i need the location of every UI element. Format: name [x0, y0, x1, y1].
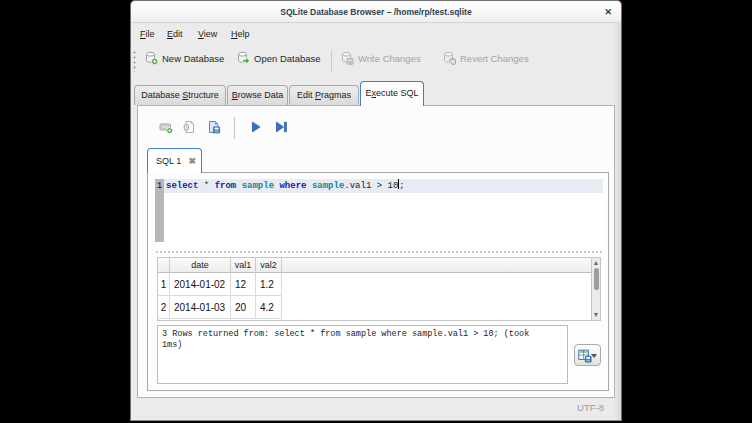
execute-current-line-icon[interactable]	[274, 120, 288, 134]
sql-tab-1[interactable]: SQL 1 ✖	[147, 148, 202, 173]
open-sql-file-icon[interactable]	[182, 120, 196, 134]
tab-edit-pragmas[interactable]: Edit Pragmas	[289, 85, 359, 105]
revert-changes-button[interactable]: Revert Changes	[443, 50, 529, 66]
table-row[interactable]: 2 2014-01-03 20 4.2	[158, 296, 591, 319]
database-open-icon	[237, 51, 250, 65]
sql-token-table: sample	[312, 181, 344, 191]
menu-view[interactable]: View	[198, 23, 217, 45]
header-date[interactable]: date	[170, 258, 231, 273]
sql-code-line[interactable]: select * from sample where sample.val1 >…	[164, 179, 603, 193]
window-edge-shade	[614, 23, 621, 420]
results-table: date val1 val2 1 2014-01-02 12 1.2 2 201…	[157, 257, 601, 321]
screen: SQLite Database Browser – /home/rp/test.…	[0, 0, 752, 423]
toolbar-grip[interactable]	[133, 50, 136, 72]
sql-token-keyword: where	[279, 181, 306, 191]
results-message: 3 Rows returned from: select * from samp…	[157, 325, 568, 384]
menu-bar: File Edit View Help	[131, 23, 621, 45]
splitter-handle[interactable]	[155, 249, 603, 255]
open-database-label: Open Database	[254, 53, 321, 64]
tab-execute-sql[interactable]: Execute SQL	[360, 81, 424, 106]
chevron-down-icon	[591, 354, 597, 358]
scroll-up-icon[interactable]	[594, 261, 598, 265]
sql-token-keyword: from	[215, 181, 237, 191]
sql-toolbar-separator	[234, 117, 235, 139]
status-bar: UTF-8	[131, 396, 621, 420]
sql-editor[interactable]: 1 select * from sample where sample.val1…	[155, 179, 603, 248]
write-changes-button[interactable]: Write Changes	[341, 50, 421, 66]
vertical-scrollbar[interactable]	[591, 258, 600, 320]
val1-cell[interactable]: 12	[231, 273, 256, 296]
row-number-cell[interactable]: 2	[158, 296, 170, 319]
results-message-line2: 1ms)	[162, 340, 567, 351]
main-toolbar: New Database Open Database	[131, 45, 621, 77]
tab-browse-data[interactable]: Browse Data	[227, 85, 288, 105]
editor-line-number-gutter: 1	[155, 179, 164, 242]
window-title: SQLite Database Browser – /home/rp/test.…	[131, 1, 621, 23]
database-revert-icon	[443, 51, 456, 65]
toolbar-separator	[331, 51, 332, 72]
date-cell[interactable]: 2014-01-03	[170, 296, 231, 319]
title-bar[interactable]: SQLite Database Browser – /home/rp/test.…	[131, 1, 621, 23]
val2-cell[interactable]: 4.2	[256, 296, 282, 319]
header-val1[interactable]: val1	[231, 258, 256, 273]
scrollbar-thumb[interactable]	[594, 268, 599, 290]
app-window: SQLite Database Browser – /home/rp/test.…	[130, 0, 622, 421]
table-row[interactable]: 1 2014-01-02 12 1.2	[158, 273, 591, 296]
results-table-header: date val1 val2	[158, 258, 591, 273]
database-new-icon	[145, 51, 158, 65]
new-database-label: New Database	[162, 53, 224, 64]
scroll-down-icon[interactable]	[594, 313, 598, 317]
encoding-indicator: UTF-8	[577, 396, 604, 420]
header-val2[interactable]: val2	[256, 258, 282, 273]
new-sql-tab-icon[interactable]	[159, 120, 173, 134]
revert-changes-label: Revert Changes	[460, 53, 529, 64]
row-number-cell[interactable]: 1	[158, 273, 170, 296]
line-number: 1	[155, 179, 164, 193]
sql-token-keyword: select	[166, 181, 198, 191]
sql-editor-panel: 1 select * from sample where sample.val1…	[147, 172, 609, 391]
main-tab-bar: Database Structure Browse Data Edit Prag…	[131, 77, 621, 105]
date-cell[interactable]: 2014-01-02	[170, 273, 231, 296]
sql-tab-1-label: SQL 1	[156, 149, 181, 173]
val2-cell[interactable]: 1.2	[256, 273, 282, 296]
sql-tab-close-icon[interactable]: ✖	[188, 149, 196, 173]
database-write-icon	[341, 51, 354, 65]
menu-file[interactable]: File	[140, 23, 155, 45]
export-results-button[interactable]	[574, 344, 601, 366]
save-sql-file-icon[interactable]	[207, 120, 221, 134]
header-corner[interactable]	[158, 258, 170, 273]
write-changes-label: Write Changes	[358, 53, 421, 64]
window-close-icon[interactable]: ✕	[604, 1, 612, 23]
open-database-button[interactable]: Open Database	[237, 50, 321, 66]
val1-cell[interactable]: 20	[231, 296, 256, 319]
execute-sql-icon[interactable]	[249, 120, 263, 134]
execute-sql-page: SQL 1 ✖ 1 select * from sample where sam…	[137, 105, 615, 398]
menu-edit[interactable]: Edit	[167, 23, 183, 45]
sql-token-table: sample	[242, 181, 274, 191]
menu-help[interactable]: Help	[231, 23, 250, 45]
tab-database-structure[interactable]: Database Structure	[134, 85, 226, 105]
new-database-button[interactable]: New Database	[145, 50, 224, 66]
results-message-line1: 3 Rows returned from: select * from samp…	[162, 329, 567, 340]
